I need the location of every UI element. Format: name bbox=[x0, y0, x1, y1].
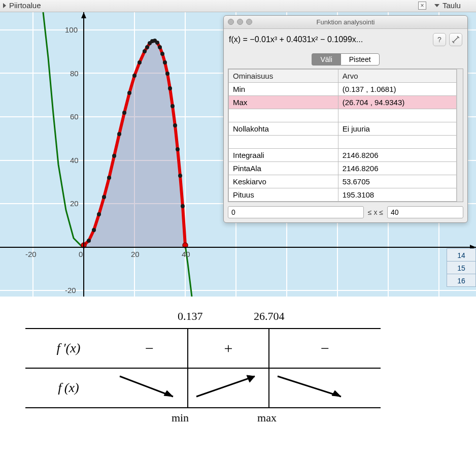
svg-point-35 bbox=[160, 52, 164, 56]
svg-text:40: 40 bbox=[70, 156, 79, 165]
svg-point-23 bbox=[117, 132, 121, 136]
svg-text:40: 40 bbox=[182, 250, 190, 258]
table-row[interactable] bbox=[229, 136, 457, 149]
panel-tab-label: Taulu bbox=[443, 1, 461, 10]
max-label: max bbox=[247, 411, 287, 425]
svg-point-24 bbox=[122, 111, 126, 115]
table-row[interactable]: Min(0.137 , 1.0681) bbox=[229, 83, 457, 96]
table-scrollbar[interactable] bbox=[457, 69, 463, 202]
row-label-derivative: f ′(x) bbox=[25, 329, 112, 368]
tools-icon bbox=[452, 36, 459, 43]
svg-line-63 bbox=[278, 376, 341, 397]
zoom-icon[interactable] bbox=[246, 19, 252, 25]
svg-point-33 bbox=[155, 41, 159, 45]
svg-point-21 bbox=[107, 176, 111, 180]
table-row[interactable]: Integraali2146.8206 bbox=[229, 149, 457, 162]
svg-text:20: 20 bbox=[131, 250, 140, 258]
svg-point-20 bbox=[102, 195, 106, 199]
analysis-table-wrap: Ominaisuus Arvo Min(0.137 , 1.0681) Max(… bbox=[228, 69, 463, 202]
sheet-row-header[interactable]: 14 bbox=[447, 248, 476, 262]
svg-point-19 bbox=[97, 212, 101, 216]
svg-text:80: 80 bbox=[70, 69, 79, 78]
table-row[interactable]: NollakohtaEi juuria bbox=[229, 122, 457, 136]
table-row[interactable] bbox=[229, 109, 457, 122]
svg-text:100: 100 bbox=[65, 25, 78, 34]
panel-tab-plot[interactable]: Piirtoalue bbox=[3, 1, 41, 10]
svg-point-34 bbox=[158, 45, 162, 49]
table-row[interactable]: PintaAla2146.8206 bbox=[229, 162, 457, 175]
critical-value-2: 26.704 bbox=[254, 310, 285, 323]
svg-marker-60 bbox=[164, 390, 173, 397]
svg-text:0: 0 bbox=[79, 250, 83, 258]
svg-point-18 bbox=[92, 228, 96, 232]
svg-point-25 bbox=[127, 91, 131, 95]
svg-point-22 bbox=[112, 154, 116, 158]
arrow-down-icon bbox=[112, 371, 187, 402]
col-value: Arvo bbox=[338, 70, 457, 83]
sign-chart: 0.137 26.704 f ′(x) − + − f (x) min bbox=[25, 310, 381, 408]
window-controls[interactable] bbox=[228, 19, 252, 25]
tab-interval[interactable]: Väli bbox=[312, 53, 340, 66]
table-row[interactable]: Max(26.704 , 94.9343) bbox=[229, 96, 457, 109]
window-titlebar[interactable]: Funktion analysointi bbox=[224, 16, 467, 29]
help-button[interactable]: ? bbox=[433, 33, 446, 46]
svg-point-42 bbox=[178, 174, 182, 178]
svg-text:-20: -20 bbox=[25, 250, 37, 258]
sheet-row-header[interactable]: 15 bbox=[447, 261, 476, 274]
window-title: Funktion analysointi bbox=[317, 18, 375, 26]
svg-point-39 bbox=[171, 104, 175, 108]
arrow-up-icon bbox=[189, 371, 268, 402]
svg-line-61 bbox=[196, 376, 255, 397]
minimize-icon[interactable] bbox=[237, 19, 243, 25]
table-row[interactable]: Pituus195.3108 bbox=[229, 188, 457, 202]
range-label: ≤ x ≤ bbox=[368, 208, 383, 216]
svg-point-29 bbox=[145, 45, 149, 49]
min-label: min bbox=[160, 411, 200, 425]
tools-button[interactable] bbox=[449, 33, 462, 46]
svg-marker-47 bbox=[81, 12, 86, 18]
panel-tab-sheet[interactable]: Taulu bbox=[434, 1, 461, 10]
close-panel-button[interactable]: × bbox=[418, 2, 426, 10]
tab-points[interactable]: Pisteet bbox=[341, 53, 380, 66]
svg-point-36 bbox=[163, 60, 167, 64]
svg-marker-64 bbox=[332, 390, 341, 397]
svg-point-38 bbox=[168, 86, 172, 90]
svg-point-26 bbox=[132, 74, 137, 78]
interval-range: ≤ x ≤ bbox=[224, 202, 467, 222]
col-property: Ominaisuus bbox=[229, 70, 338, 83]
formula-text: f(x) = −0.01x³ + 0.4031x² − 0.1099x... bbox=[229, 35, 430, 44]
range-from-input[interactable] bbox=[228, 206, 364, 218]
svg-point-37 bbox=[165, 72, 169, 76]
spreadsheet-stub: 14 15 16 bbox=[447, 249, 476, 287]
table-row[interactable]: Keskiarvo53.6705 bbox=[229, 175, 457, 188]
svg-text:-20: -20 bbox=[65, 286, 76, 295]
svg-point-41 bbox=[176, 147, 180, 151]
svg-point-27 bbox=[138, 60, 142, 64]
row-label-function: f (x) bbox=[25, 368, 112, 408]
analysis-table: Ominaisuus Arvo Min(0.137 , 1.0681) Max(… bbox=[228, 69, 457, 202]
svg-point-43 bbox=[181, 204, 185, 208]
range-to-input[interactable] bbox=[387, 206, 463, 218]
function-analysis-window[interactable]: Funktion analysointi f(x) = −0.01x³ + 0.… bbox=[223, 15, 468, 223]
svg-point-17 bbox=[87, 239, 91, 243]
svg-text:20: 20 bbox=[70, 199, 79, 208]
sheet-row-header[interactable]: 16 bbox=[447, 274, 476, 287]
svg-point-28 bbox=[143, 49, 147, 53]
svg-point-40 bbox=[173, 123, 177, 127]
panel-tab-label: Piirtoalue bbox=[9, 1, 41, 10]
svg-text:60: 60 bbox=[70, 112, 79, 121]
app-header: Piirtoalue × Taulu bbox=[0, 0, 476, 12]
close-icon[interactable] bbox=[228, 19, 234, 25]
arrow-down-icon bbox=[270, 371, 380, 402]
analysis-tabs: Väli Pisteet bbox=[224, 50, 467, 69]
critical-value-1: 0.137 bbox=[178, 310, 203, 323]
